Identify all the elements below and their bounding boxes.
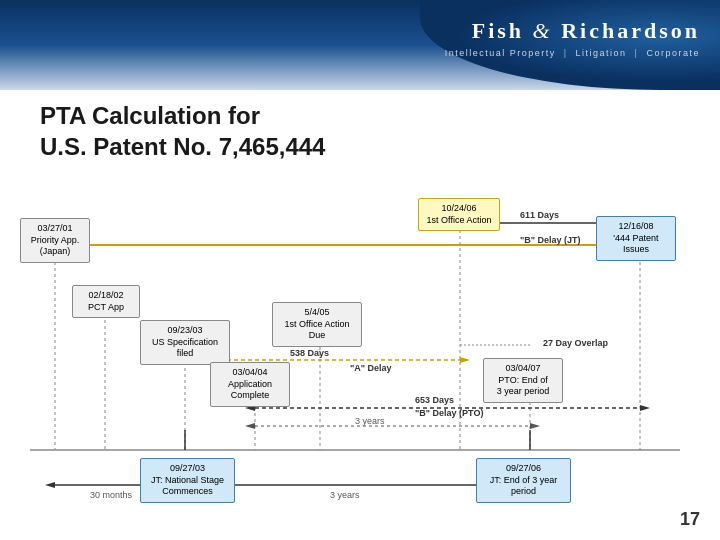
svg-marker-24 (460, 357, 470, 363)
tagline-sep2: | (635, 48, 639, 58)
title-line2: U.S. Patent No. 7,465,444 (40, 131, 325, 162)
svg-marker-30 (245, 423, 255, 429)
box-patent-issues: 12/16/08'444 Patent Issues (596, 216, 676, 261)
title-line1: PTA Calculation for (40, 100, 325, 131)
firm-ampersand: & (533, 18, 553, 43)
tagline-ip: Intellectual Property (445, 48, 556, 58)
svg-marker-13 (45, 482, 55, 488)
firm-tagline: Intellectual Property | Litigation | Cor… (445, 48, 700, 58)
box-priority-app: 03/27/01Priority App.(Japan) (20, 218, 90, 263)
label-3-years-bottom: 3 years (330, 490, 360, 500)
main-title: PTA Calculation for U.S. Patent No. 7,46… (40, 100, 325, 162)
firm-name-text: Fish & Richardson (445, 18, 700, 44)
label-a-delay: "A" Delay (350, 363, 392, 373)
box-pto-end: 03/04/07PTO: End of3 year period (483, 358, 563, 403)
label-b-delay-pto: "B" Delay (PTO) (415, 408, 483, 418)
box-jt-national: 09/27/03JT: National Stage Commences (140, 458, 235, 503)
label-653-days: 653 Days (415, 395, 454, 405)
firm-name-part1: Fish (472, 18, 524, 43)
box-us-spec: 09/23/03US Specification filed (140, 320, 230, 365)
label-3-years-middle: 3 years (355, 416, 385, 426)
label-538-days: 538 Days (290, 348, 329, 358)
tagline-sep1: | (564, 48, 568, 58)
firm-name: Fish & Richardson Intellectual Property … (445, 18, 700, 58)
box-jt-end: 09/27/06JT: End of 3 year period (476, 458, 571, 503)
label-b-delay-jt: "B" Delay (JT) (520, 235, 581, 245)
tagline-litigation: Litigation (576, 48, 627, 58)
label-27-overlap: 27 Day Overlap (543, 338, 608, 348)
svg-marker-28 (640, 405, 650, 411)
svg-marker-31 (530, 423, 540, 429)
box-application-complete: 03/04/04ApplicationComplete (210, 362, 290, 407)
box-first-oa: 10/24/061st Office Action (418, 198, 500, 231)
label-30-months: 30 months (90, 490, 132, 500)
page-number: 17 (680, 509, 700, 530)
tagline-corporate: Corporate (646, 48, 700, 58)
box-first-oa-due: 5/4/051st Office Action Due (272, 302, 362, 347)
label-611-days: 611 Days (520, 210, 559, 220)
firm-name-part2: Richardson (561, 18, 700, 43)
box-pct-app: 02/18/02PCT App (72, 285, 140, 318)
